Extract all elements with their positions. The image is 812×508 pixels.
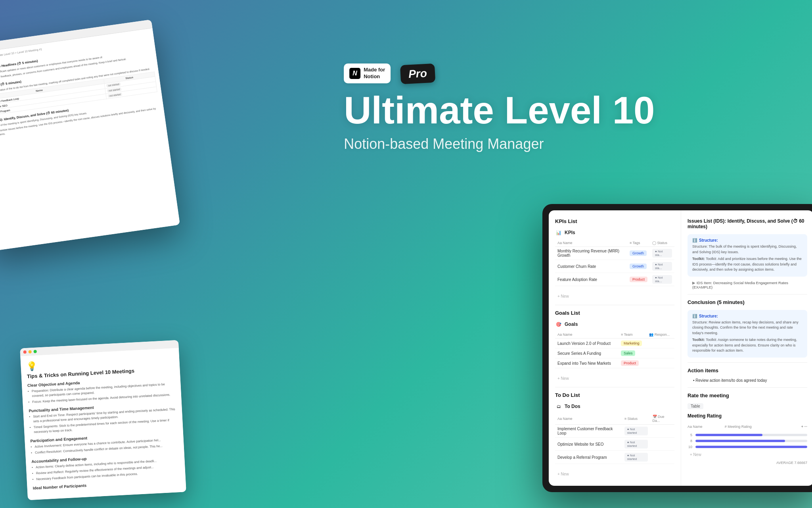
hero-section: N Made forNotion Pro Ultimate Level 10 N… (344, 64, 655, 152)
laptop-content: Notion Templates > Ultimate Level 10 > L… (0, 28, 180, 251)
goals-section-title: Goals List (555, 310, 674, 316)
rate-meeting-title: Rate the meeting (688, 393, 807, 398)
divider-1 (555, 305, 674, 305)
minimize-dot-tips (29, 350, 32, 353)
laptop-screenshot-top: Notion Templates > Ultimate Level 10 > L… (0, 19, 180, 251)
tablet-inner: KPIs List 📊 KPIs Aa Name ≡ Tags ◯ Status (549, 210, 812, 486)
rating-row-2: 8 (688, 439, 807, 443)
ids-structure-box: ℹ️ Structure: Structure: The bulk of the… (688, 234, 807, 277)
kpis-section-title: KPIs List (555, 218, 674, 224)
divider-5 (688, 387, 807, 388)
rating-add-new[interactable]: + New (688, 451, 807, 458)
goals-db-header: 🎯 Goals (555, 321, 674, 328)
goals-add-new[interactable]: + New (555, 375, 674, 382)
todos-section-title: To Do List (555, 392, 674, 398)
ids-section-title: Issues List (IDS): Identify, Discuss, an… (688, 218, 807, 229)
made-for-text: Made forNotion (364, 67, 385, 80)
tips-content: 💡 Tips & Tricks on Running Level 10 Meet… (20, 348, 186, 500)
todo-row-3: Develop a Referral Program ● Not started (555, 451, 674, 464)
kpis-db-header: 📊 KPIs (555, 229, 674, 236)
goals-table: Aa Name ≡ Team 👥 Respon... Launch Versio… (555, 331, 674, 368)
page-background: Notion Templates > Ultimate Level 10 > L… (0, 0, 812, 508)
tips-section-1: Clear Objective and Agenda Preparation: … (27, 375, 176, 404)
info-icon-2: ℹ️ (692, 314, 697, 318)
conclusion-title: Conclusion (5 minutes) (688, 299, 807, 305)
tips-section-2: Punctuality and Time Management Start an… (29, 401, 177, 435)
kpis-add-new[interactable]: + New (555, 292, 674, 300)
goal-row-2: Secure Series A Funding Sales (555, 348, 674, 358)
tips-section-4: Accountability and Follow-up Action Item… (31, 452, 180, 482)
kpis-db-name: KPIs (565, 230, 575, 235)
todos-db-header: 🗂 To Dos (555, 403, 674, 410)
rating-row-3: 10 (688, 445, 807, 449)
tips-section-3: Participation and Engagement Active Invo… (30, 431, 178, 455)
meeting-rating-title: Meeting Rating (688, 413, 807, 419)
goals-db-name: Goals (565, 321, 578, 327)
kpi-row-1: Monthly Recurring Revenue (MRR) Growth G… (555, 247, 674, 260)
todos-db-name: To Dos (565, 404, 580, 409)
divider-4 (688, 362, 807, 363)
ids-example-item: IDS Item: Decreasing Social Media Engage… (692, 281, 807, 289)
action-item-1: Review action items/to dos agreed today (693, 378, 807, 383)
tablet-screenshot: KPIs List 📊 KPIs Aa Name ≡ Tags ◯ Status (542, 204, 812, 492)
todos-db-icon: 🗂 (555, 403, 562, 410)
tablet-right-panel: Issues List (IDS): Identify, Discuss, an… (681, 210, 812, 486)
action-items-title: Action items (688, 368, 807, 373)
hero-subtitle: Notion-based Meeting Manager (344, 136, 655, 152)
todos-table: Aa Name ≡ Status 📅 Due Da... Implement C… (555, 413, 674, 464)
kpi-row-2: Customer Churn Rate Growth ● Not sta... (555, 260, 674, 273)
laptop-screenshot-tips: 💡 Tips & Tricks on Running Level 10 Meet… (20, 340, 186, 500)
divider-2 (555, 387, 674, 387)
rate-table-label: Table (688, 403, 703, 409)
kpis-db-icon: 📊 (555, 229, 562, 236)
todo-row-1: Implement Customer Feedback Loop ● Not s… (555, 425, 674, 438)
hero-title: Ultimate Level 10 (344, 91, 655, 129)
divider-3 (688, 294, 807, 294)
notion-icon: N (349, 68, 360, 79)
average-value: AVERAGE 7.66667 (688, 461, 807, 465)
kpi-row-3: Feature Adoption Rate Product ● Not sta.… (555, 273, 674, 286)
info-icon: ℹ️ (692, 238, 697, 242)
rating-row-1: 5 (688, 433, 807, 437)
made-for-notion-badge: N Made forNotion (344, 64, 391, 83)
pro-badge: Pro (400, 63, 435, 84)
conclusion-structure-box: ℹ️ Structure: Structure: Review action i… (688, 310, 807, 358)
close-dot-tips (23, 350, 27, 354)
todo-row-2: Optimize Website for SEO ● Not started (555, 438, 674, 451)
todos-add-new[interactable]: + New (555, 470, 674, 478)
tablet-left-panel: KPIs List 📊 KPIs Aa Name ≡ Tags ◯ Status (549, 210, 681, 486)
goal-row-1: Launch Version 2.0 of Product Marketing (555, 339, 674, 348)
goals-db-icon: 🎯 (555, 321, 562, 328)
maximize-dot-tips (34, 350, 37, 353)
goal-row-3: Expand into Two New Markets Product (555, 358, 674, 368)
kpis-table: Aa Name ≡ Tags ◯ Status Monthly Recurrin… (555, 239, 674, 286)
